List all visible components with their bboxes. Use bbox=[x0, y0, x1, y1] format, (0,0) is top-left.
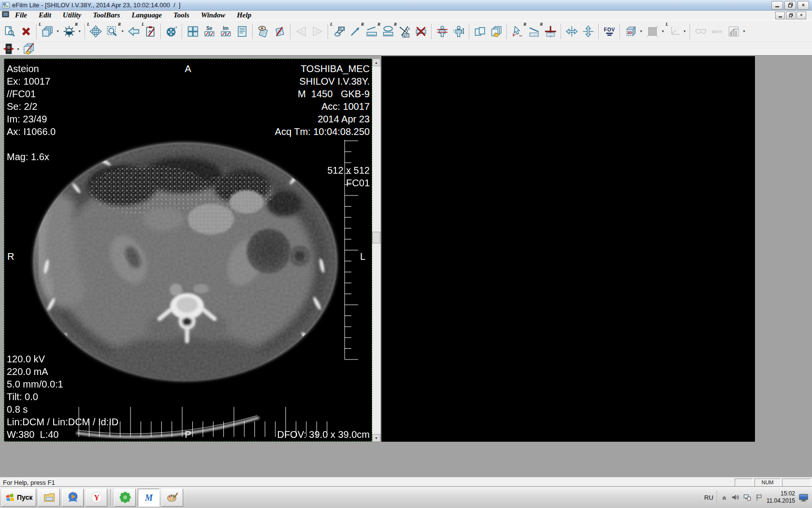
child-window-icon[interactable] bbox=[2, 11, 9, 20]
mouse-button-hint: R bbox=[377, 22, 380, 27]
window-level-button[interactable]: R bbox=[61, 24, 77, 39]
zoom-button[interactable]: R bbox=[104, 24, 120, 39]
toolbar-separator bbox=[469, 24, 470, 39]
start-button[interactable]: Пуск bbox=[1, 489, 36, 507]
overlay-line: TOSHIBA_MEC bbox=[275, 62, 370, 75]
svg-text:M: M bbox=[145, 493, 153, 503]
svg-text:35.2: 35.2 bbox=[339, 27, 344, 30]
auto-window-dropdown[interactable]: ▼ bbox=[15, 42, 21, 56]
tile-images-button[interactable] bbox=[472, 24, 488, 39]
close-button[interactable]: × bbox=[798, 1, 809, 10]
delete-measurements-button[interactable] bbox=[413, 24, 429, 39]
stack-mode-button[interactable]: L bbox=[40, 24, 55, 39]
volume-icon[interactable] bbox=[731, 493, 740, 502]
menu-language[interactable]: Language bbox=[131, 11, 162, 19]
edit-report-button[interactable] bbox=[272, 24, 288, 39]
auto-window-button[interactable] bbox=[2, 43, 15, 55]
mouse-button-hint: R bbox=[540, 22, 543, 27]
scroll-up-button[interactable]: ▲ bbox=[372, 59, 380, 66]
overlay-line: //FC01 bbox=[7, 88, 56, 100]
taskbar-efilm-merge[interactable]: M bbox=[138, 489, 160, 507]
volume-3d-button[interactable]: 3D bbox=[623, 24, 638, 39]
restore-button[interactable] bbox=[784, 1, 796, 10]
language-indicator[interactable]: RU bbox=[704, 494, 713, 501]
dicom-header-button[interactable] bbox=[234, 24, 250, 39]
reset-view-button[interactable] bbox=[126, 24, 142, 39]
orientation-right: R bbox=[7, 250, 14, 263]
network-icon[interactable] bbox=[743, 493, 752, 502]
menu-window[interactable]: Window bbox=[201, 11, 225, 19]
minimize-button[interactable] bbox=[771, 1, 783, 10]
pan-button[interactable]: L bbox=[88, 24, 103, 39]
menu-toolbars[interactable]: ToolBars bbox=[93, 11, 120, 19]
mpr-ortho-button[interactable]: MPR bbox=[543, 24, 558, 39]
mpr-ortho-icon: MPR bbox=[544, 25, 557, 38]
stack-mode-dropdown[interactable]: ▼ bbox=[55, 24, 60, 39]
reference-lines-button[interactable] bbox=[435, 24, 450, 39]
taskbar-apps: YM bbox=[38, 489, 183, 507]
close-study-button[interactable] bbox=[18, 24, 34, 39]
scout-lines-icon bbox=[452, 25, 465, 38]
flip-horizontal-button[interactable] bbox=[564, 24, 580, 39]
toolbar-separator bbox=[252, 24, 253, 39]
measure-ellipse-button[interactable]: R bbox=[380, 24, 396, 39]
menu-tools[interactable]: Tools bbox=[174, 11, 189, 19]
cursor-3d-button[interactable]: R bbox=[510, 24, 525, 39]
measure-distance-button[interactable]: R bbox=[364, 24, 379, 39]
next-study-button: St bbox=[310, 24, 325, 39]
menu-items: FileEditUtilityToolBarsLanguageToolsWind… bbox=[9, 11, 257, 19]
app-icon[interactable] bbox=[2, 1, 10, 9]
mouse-button-hint: R bbox=[394, 22, 397, 27]
probe-button[interactable]: 35.2L bbox=[331, 24, 347, 39]
hidden-icons-chevron[interactable] bbox=[721, 494, 727, 501]
dicom-header-icon bbox=[236, 25, 248, 38]
orientation-anterior: A bbox=[185, 62, 191, 75]
taskbar-media-player[interactable] bbox=[62, 489, 84, 507]
prev-study-button: St bbox=[293, 24, 309, 39]
image-layout-button[interactable]: Im bbox=[218, 24, 233, 39]
viewport-scrollbar[interactable]: ▲ ▼ bbox=[372, 59, 380, 442]
mpr-oblique-button[interactable]: MPRR bbox=[526, 24, 542, 39]
menu-file[interactable]: File bbox=[15, 11, 27, 19]
empty-viewport[interactable] bbox=[381, 56, 755, 442]
overlay-line: Ax: I1066.0 bbox=[7, 125, 56, 138]
delete-measurements-icon bbox=[415, 25, 427, 38]
taskbar-icq[interactable] bbox=[114, 489, 136, 507]
status-panels: NUM bbox=[735, 478, 812, 487]
zoom-icon bbox=[106, 25, 118, 38]
scout-lines-button[interactable] bbox=[451, 24, 466, 39]
scroll-down-button[interactable]: ▼ bbox=[372, 434, 380, 442]
stack-scroll-button[interactable] bbox=[489, 24, 504, 39]
menu-utility[interactable]: Utility bbox=[63, 11, 81, 19]
open-images-button[interactable] bbox=[2, 24, 17, 39]
measure-angle-button[interactable]: θ57° bbox=[397, 24, 412, 39]
child-restore-button[interactable] bbox=[786, 12, 796, 19]
display-icon[interactable] bbox=[798, 493, 809, 502]
taskbar-paint[interactable] bbox=[161, 489, 183, 507]
flip-vertical-button[interactable] bbox=[580, 24, 596, 39]
mouse-button-hint: R bbox=[75, 22, 78, 27]
image-viewport[interactable]: AsteionEx: 10017//FC01Se: 2/2Im: 23/49Ax… bbox=[4, 59, 372, 442]
cine-button[interactable] bbox=[164, 24, 179, 39]
volume-3d-dropdown[interactable]: ▼ bbox=[638, 24, 644, 39]
scroll-thumb[interactable] bbox=[372, 232, 380, 243]
layout-grid-button[interactable] bbox=[185, 24, 201, 39]
taskbar-explorer[interactable] bbox=[38, 489, 60, 507]
tray-clock[interactable]: 15:02 11.04.2015 bbox=[767, 490, 795, 505]
taskbar-yandex-browser[interactable]: Y bbox=[86, 489, 107, 507]
menu-edit[interactable]: Edit bbox=[39, 11, 51, 19]
menu-help[interactable]: Help bbox=[237, 11, 251, 19]
svg-text:Im: Im bbox=[223, 26, 229, 31]
measure-line-button[interactable]: R bbox=[348, 24, 363, 39]
action-center-flag-icon[interactable] bbox=[755, 493, 763, 502]
child-minimize-button[interactable] bbox=[775, 12, 785, 19]
fov-button[interactable]: FOV bbox=[602, 24, 617, 39]
window-title: eFilm Lite - [SHILOV I.V.38Y., 2014 Apr … bbox=[12, 1, 180, 9]
view-report-button[interactable] bbox=[256, 24, 271, 39]
annotations-button[interactable]: AL bbox=[143, 24, 158, 39]
flip-vertical-icon bbox=[582, 25, 594, 38]
child-close-button[interactable]: × bbox=[797, 12, 806, 19]
series-layout-button[interactable]: Se bbox=[202, 24, 217, 39]
status-indicator-num: NUM bbox=[754, 478, 781, 487]
stack-annotate-button[interactable] bbox=[22, 43, 35, 55]
